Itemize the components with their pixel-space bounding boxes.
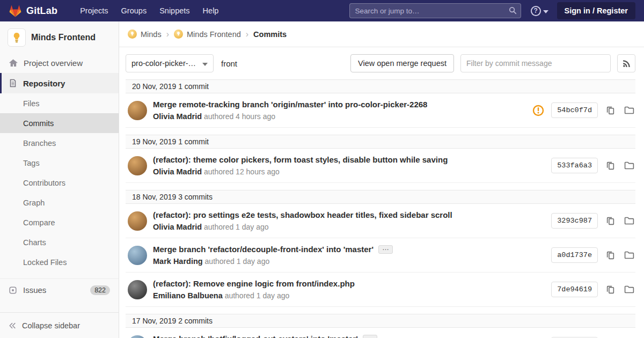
main-content: Minds › Minds Frontend › Commits pro-col… xyxy=(119,21,644,338)
help-menu[interactable]: ? xyxy=(531,6,548,16)
pipeline-warning-icon[interactable] xyxy=(532,105,544,116)
folder-icon xyxy=(624,251,634,260)
nav-link-snippets[interactable]: Snippets xyxy=(153,6,196,15)
commit-description-expander[interactable] xyxy=(363,335,377,338)
copy-sha-button[interactable] xyxy=(605,284,616,295)
commit-info: (refactor): Remove engine logic from fro… xyxy=(153,279,544,300)
browse-files-button[interactable] xyxy=(623,284,635,295)
commits-feed-button[interactable] xyxy=(617,54,635,72)
sign-in-register-button[interactable]: Sign in / Register xyxy=(557,2,635,19)
commits-controls: pro-color-picker-… front View open merge… xyxy=(119,47,644,72)
copy-sha-button[interactable] xyxy=(605,249,616,261)
sidebar-subitem-tags[interactable]: Tags xyxy=(0,153,119,173)
browse-files-button[interactable] xyxy=(623,215,635,226)
copy-icon xyxy=(606,285,615,294)
breadcrumb-group-link[interactable]: Minds xyxy=(128,30,162,39)
commit-title-link[interactable]: (refactor): theme color pickers, form to… xyxy=(153,155,448,164)
copy-icon xyxy=(606,161,615,170)
commit-sha-link[interactable]: a0d1737e xyxy=(551,247,598,263)
commit-meta: Olivia Madrid authored 1 day ago xyxy=(153,223,544,231)
commit-date-header: 20 Nov, 2019 1 commit xyxy=(126,79,635,93)
commit-sha-link[interactable]: 7de94619 xyxy=(551,282,598,297)
breadcrumb-project-link[interactable]: Minds Frontend xyxy=(174,30,241,39)
sidebar-subitem-compare[interactable]: Compare xyxy=(0,212,119,232)
branch-selector-dropdown[interactable]: pro-color-picker-… xyxy=(126,54,214,72)
browse-files-button[interactable] xyxy=(623,105,635,116)
rss-icon xyxy=(623,60,631,68)
commit-info: Merge branch 'refactor/decouple-front-in… xyxy=(153,245,544,266)
sidebar-subitem-files[interactable]: Files xyxy=(0,93,119,113)
sidebar-nav: Project overview Repository FilesCommits… xyxy=(0,53,119,301)
nav-link-help[interactable]: Help xyxy=(196,6,225,15)
copy-sha-button[interactable] xyxy=(605,215,616,226)
author-avatar[interactable] xyxy=(128,101,147,120)
commit-author-link[interactable]: Olivia Madrid xyxy=(153,167,202,176)
sidebar-item-issues[interactable]: Issues 822 xyxy=(0,278,119,301)
folder-icon xyxy=(624,106,634,115)
commit-row: (refactor): theme color pickers, form to… xyxy=(126,149,635,183)
copy-icon xyxy=(606,106,615,115)
author-avatar[interactable] xyxy=(128,211,147,231)
commit-sha-link[interactable]: 3293c987 xyxy=(551,213,598,229)
sidebar-subitem-charts[interactable]: Charts xyxy=(0,232,119,252)
copy-sha-button[interactable] xyxy=(605,105,616,116)
gitlab-tanuki-icon xyxy=(9,4,22,17)
search-input[interactable] xyxy=(349,3,521,18)
commit-author-link[interactable]: Emiliano Balbuena xyxy=(153,291,223,300)
author-avatar[interactable] xyxy=(128,246,147,265)
search-icon[interactable] xyxy=(509,6,517,17)
commit-filter-input[interactable] xyxy=(460,54,611,72)
folder-icon xyxy=(624,216,634,225)
group-avatar-icon xyxy=(128,30,137,39)
commit-author-link[interactable]: Olivia Madrid xyxy=(153,223,202,231)
project-name: Minds Frontend xyxy=(31,33,96,42)
sidebar-subitem-graph[interactable]: Graph xyxy=(0,193,119,212)
commit-title-link[interactable]: Merge branch 'refactor/decouple-front-in… xyxy=(153,245,374,254)
commit-title-link[interactable]: Merge remote-tracking branch 'origin/mas… xyxy=(153,100,427,109)
navbar-links: ProjectsGroupsSnippetsHelp xyxy=(74,6,225,15)
sidebar-item-repository[interactable]: Repository xyxy=(0,73,119,93)
commit-title-link[interactable]: Merge branch 'hotfix/logged-out-avatars'… xyxy=(153,334,358,338)
commit-row: Merge branch 'hotfix/logged-out-avatars'… xyxy=(126,328,635,338)
commit-title-link[interactable]: (refactor): Remove engine logic from fro… xyxy=(153,279,355,288)
commits-page: pro-color-picker-… front View open merge… xyxy=(119,47,644,338)
author-avatar[interactable] xyxy=(128,335,147,338)
commit-time: authored 4 hours ago xyxy=(204,112,275,121)
project-avatar xyxy=(8,28,26,47)
global-search xyxy=(349,3,521,18)
commit-info: Merge remote-tracking branch 'origin/mas… xyxy=(153,100,525,121)
branch-selector-label: pro-color-picker-… xyxy=(131,59,199,68)
browse-files-button[interactable] xyxy=(623,160,635,171)
breadcrumb-label: Minds Frontend xyxy=(187,30,241,39)
view-open-merge-request-button[interactable]: View open merge request xyxy=(350,54,454,72)
gitlab-logo[interactable]: GitLab xyxy=(9,4,57,17)
breadcrumb-label: Minds xyxy=(141,30,162,39)
commit-meta: Emiliano Balbuena authored 1 day ago xyxy=(153,291,544,300)
commit-sha-link[interactable]: 54bc0f7d xyxy=(551,102,598,118)
sidebar-subitem-branches[interactable]: Branches xyxy=(0,133,119,153)
author-avatar[interactable] xyxy=(128,156,147,175)
commit-date-header: 18 Nov, 2019 3 commits xyxy=(126,190,635,204)
nav-link-projects[interactable]: Projects xyxy=(74,6,114,15)
copy-sha-button[interactable] xyxy=(605,160,616,171)
commit-sha-link[interactable]: 533fa6a3 xyxy=(551,158,598,173)
sidebar-item-project-overview[interactable]: Project overview xyxy=(0,53,119,73)
sidebar-item-label: Repository xyxy=(23,79,65,88)
commit-meta: Olivia Madrid authored 12 hours ago xyxy=(153,167,544,176)
browse-files-button[interactable] xyxy=(623,249,635,261)
sidebar-item-label: Project overview xyxy=(24,58,83,68)
commit-time: authored 12 hours ago xyxy=(204,167,280,176)
sidebar-subitem-locked-files[interactable]: Locked Files xyxy=(0,252,119,272)
author-avatar[interactable] xyxy=(128,280,147,299)
commit-description-expander[interactable] xyxy=(378,245,393,254)
commit-title-link[interactable]: (refactor): pro settings e2e tests, shad… xyxy=(153,210,452,219)
sidebar-subitem-contributors[interactable]: Contributors xyxy=(0,173,119,193)
repository-subnav: FilesCommitsBranchesTagsContributorsGrap… xyxy=(0,93,119,272)
collapse-sidebar-button[interactable]: Collapse sidebar xyxy=(0,312,119,338)
commit-author-link[interactable]: Olivia Madrid xyxy=(153,112,202,121)
sidebar-subitem-commits[interactable]: Commits xyxy=(0,113,119,133)
project-context-header[interactable]: Minds Frontend xyxy=(0,21,119,53)
nav-link-groups[interactable]: Groups xyxy=(115,6,153,15)
commit-date-header: 17 Nov, 2019 2 commits xyxy=(126,314,635,328)
commit-author-link[interactable]: Mark Harding xyxy=(153,257,203,266)
